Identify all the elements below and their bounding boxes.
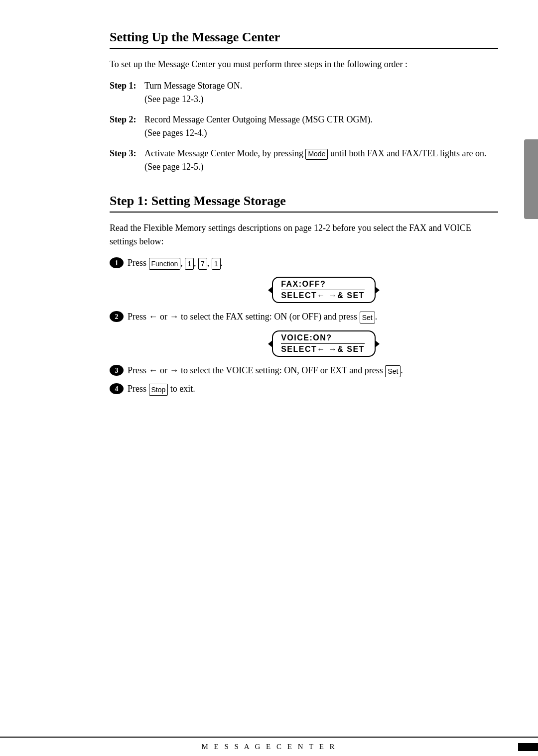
step3-label: Step 3: xyxy=(110,147,144,174)
step2-period: . xyxy=(375,312,378,322)
numbered-step2: 2 Press ← or → to select the FAX setting… xyxy=(110,310,498,324)
lcd-wrapper-2: VOICE:ON? SELECT← →& SET xyxy=(272,330,376,357)
num-step1-text: Press Function, 1, 7, 1. xyxy=(128,256,223,270)
lcd1-line2: SELECT← →& SET xyxy=(281,291,365,300)
numbered-step1: 1 Press Function, 1, 7, 1. xyxy=(110,256,498,270)
step3-item: Step 3: Activate Message Center Mode, by… xyxy=(110,147,498,174)
step4-exit: to exit. xyxy=(168,384,195,394)
step2-body: Press ← or → to select the FAX setting: … xyxy=(128,312,360,322)
step1-item: Step 1: Turn Message Storage ON. (See pa… xyxy=(110,79,498,106)
stop-key: Stop xyxy=(149,384,168,396)
lcd-display-2: VOICE:ON? SELECT← →& SET xyxy=(149,330,498,357)
function-key: Function xyxy=(149,258,181,270)
period1: . xyxy=(221,258,223,268)
lcd1-line1: FAX:OFF? xyxy=(281,280,365,290)
step3-text2: until both FAX and FAX/TEL lights are on… xyxy=(330,148,487,158)
step1-label: Step 1: xyxy=(110,79,144,106)
step4-press: Press xyxy=(128,384,149,394)
comma3: , xyxy=(207,258,212,268)
num-step3-text: Press ← or → to select the VOICE setting… xyxy=(128,364,403,377)
step-num-4: 4 xyxy=(110,383,124,394)
numbered-step4: 4 Press Stop to exit. xyxy=(110,382,498,396)
lcd2-line2: SELECT← →& SET xyxy=(281,345,365,354)
key-1a: 1 xyxy=(185,258,194,270)
lcd-display-1: FAX:OFF? SELECT← →& SET xyxy=(149,277,498,303)
section2: Step 1: Setting Message Storage Read the… xyxy=(110,194,498,396)
footer-black-box xyxy=(518,743,538,751)
side-tab xyxy=(524,139,538,219)
step3-period: . xyxy=(401,365,403,375)
step1-subtext: (See page 12-3.) xyxy=(144,94,203,104)
comma1: , xyxy=(180,258,185,268)
page-content: Setting Up the Message Center To set up … xyxy=(0,0,538,756)
key-7: 7 xyxy=(198,258,207,270)
set-key-2: Set xyxy=(385,365,401,377)
step-num-1: 1 xyxy=(110,257,124,268)
key-1b: 1 xyxy=(212,258,221,270)
section1-title: Setting Up the Message Center xyxy=(110,30,498,49)
step2-label: Step 2: xyxy=(110,113,144,140)
step2-content: Record Message Center Outgoing Message (… xyxy=(144,113,373,140)
step3-body: Press ← or → to select the VOICE setting… xyxy=(128,365,385,375)
step1-content: Turn Message Storage ON. (See page 12-3.… xyxy=(144,79,242,106)
step2-text: Record Message Center Outgoing Message (… xyxy=(144,114,373,124)
step-num-2: 2 xyxy=(110,311,124,322)
step2-item: Step 2: Record Message Center Outgoing M… xyxy=(110,113,498,140)
section1-intro: To set up the Message Center you must pe… xyxy=(110,58,498,71)
footer: M E S S A G E C E N T E R xyxy=(0,737,538,756)
step-num-3: 3 xyxy=(110,365,124,376)
lcd2-line1: VOICE:ON? xyxy=(281,333,365,344)
mode-key: Mode xyxy=(305,149,328,160)
step3-subtext: (See page 12-5.) xyxy=(144,162,203,172)
lcd-wrapper-1: FAX:OFF? SELECT← →& SET xyxy=(272,277,376,303)
set-key-1: Set xyxy=(360,312,375,324)
step3-text: Activate Message Center Mode, by pressin… xyxy=(144,148,303,158)
section2-intro: Read the Flexible Memory settings descri… xyxy=(110,221,498,248)
step1-text: Turn Message Storage ON. xyxy=(144,81,242,91)
num-step4-text: Press Stop to exit. xyxy=(128,382,195,396)
numbered-step3: 3 Press ← or → to select the VOICE setti… xyxy=(110,364,498,377)
section2-title: Step 1: Setting Message Storage xyxy=(110,194,498,213)
comma2: , xyxy=(194,258,198,268)
footer-right xyxy=(404,743,538,751)
footer-center: M E S S A G E C E N T E R xyxy=(134,743,404,751)
num-step2-text: Press ← or → to select the FAX setting: … xyxy=(128,310,377,324)
step3-content: Activate Message Center Mode, by pressin… xyxy=(144,147,487,174)
step2-subtext: (See pages 12-4.) xyxy=(144,128,207,138)
section1: Setting Up the Message Center To set up … xyxy=(110,30,498,174)
press-label: Press xyxy=(128,258,149,268)
